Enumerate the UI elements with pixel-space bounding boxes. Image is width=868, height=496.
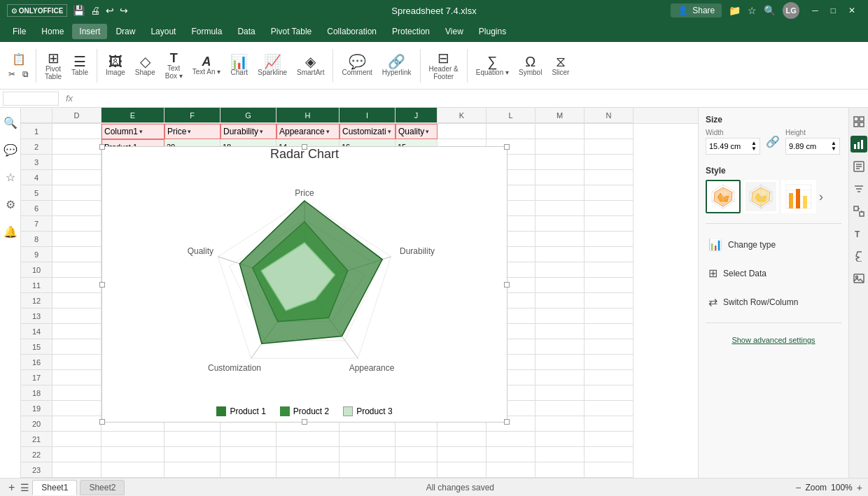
sheet-tab-1[interactable]: Sheet1 [32,480,77,495]
chart-handle-mr[interactable] [504,282,510,288]
hyperlink-button[interactable]: 🔗 Hyperlink [378,52,416,79]
cell-N3[interactable] [584,155,634,170]
sheet-tab-2[interactable]: Sheet2 [80,480,125,495]
chart-handle-tl[interactable] [99,144,105,150]
switch-row-column-button[interactable]: ⇄ Switch Row/Column [706,291,841,313]
col-header-N[interactable]: N [584,108,634,123]
sidebar-formula-icon[interactable] [850,248,867,264]
menu-layout[interactable]: Layout [144,24,183,39]
cut-button[interactable]: ✂ [6,68,18,80]
cell-D2[interactable] [52,139,102,155]
cell-K1[interactable] [438,124,486,139]
image-button[interactable]: 🖼 Image [102,52,130,79]
menu-view[interactable]: View [438,24,470,39]
cell-M3[interactable] [536,155,584,170]
cell-M4[interactable] [536,170,584,185]
symbol-button[interactable]: Ω Symbol [514,52,546,79]
cell-D3[interactable] [52,155,102,170]
zoom-out-button[interactable]: − [795,482,801,493]
col-header-L[interactable]: L [486,108,536,123]
pivot-table-button[interactable]: ⊞ PivotTable [41,48,66,83]
change-type-button[interactable]: 📊 Change type [706,234,841,255]
cell-D1[interactable] [52,124,102,139]
smartart-button[interactable]: ◈ SmartArt [293,52,328,79]
col-header-J[interactable]: J [396,108,438,123]
slicer-button[interactable]: ⧖ Slicer [547,52,573,79]
menu-insert[interactable]: Insert [72,24,107,39]
formula-input[interactable] [80,92,865,106]
notification-sidebar-icon[interactable]: 🔔 [1,222,20,241]
sidebar-grid-icon[interactable] [850,113,867,130]
select-data-button[interactable]: ⊞ Select Data [706,262,841,284]
width-input[interactable]: 15.49 cm ▲ ▼ [706,138,760,155]
sidebar-filter-icon[interactable] [850,180,867,197]
cell-L1[interactable] [486,124,536,139]
sidebar-pivot-icon[interactable] [850,203,867,220]
col-header-F[interactable]: F [164,108,220,123]
col-header-E[interactable]: E [102,108,164,123]
chart-handle-br[interactable] [504,419,510,425]
menu-protection[interactable]: Protection [385,24,437,39]
text-box-button[interactable]: T TextBox ▾ [161,49,187,83]
cell-D4[interactable] [52,170,102,185]
close-button[interactable]: ✕ [843,4,861,17]
cell-H1[interactable]: Appearance▾ [276,124,340,139]
style-thumb-2[interactable] [743,180,778,213]
user-avatar[interactable]: LG [783,2,799,19]
cell-G1[interactable]: Durability▾ [220,124,276,139]
menu-collaboration[interactable]: Collaboration [320,24,384,39]
search-button[interactable]: 🔍 [764,5,776,16]
maximize-button[interactable]: □ [825,4,841,17]
shape-button[interactable]: ◇ Shape [131,52,160,79]
menu-data[interactable]: Data [230,24,262,39]
minimize-button[interactable]: ─ [806,4,824,17]
cell-N1[interactable] [584,124,634,139]
cell-M2[interactable] [536,139,584,155]
cell-M1[interactable] [536,124,584,139]
chart-container[interactable]: Radar Chart [102,146,507,423]
paste-button[interactable]: 📋 [6,51,31,67]
sidebar-chart-icon[interactable] [850,136,867,153]
cell-N4[interactable] [584,170,634,185]
height-down-spinner[interactable]: ▼ [831,146,836,152]
height-input[interactable]: 9.89 cm ▲ ▼ [785,138,840,155]
menu-pivot-table[interactable]: Pivot Table [264,24,318,39]
width-down-spinner[interactable]: ▼ [751,146,757,152]
zoom-in-button[interactable]: + [857,482,862,493]
comment-button[interactable]: 💬 Comment [337,52,376,79]
cell-J1[interactable]: Quality▾ [396,124,438,139]
chart-handle-bl[interactable] [99,419,105,425]
comment-sidebar-icon[interactable]: 💬 [1,141,20,160]
sidebar-image-icon[interactable] [850,270,867,287]
redo-icon[interactable]: ↪ [120,5,128,16]
col-header-M[interactable]: M [536,108,584,123]
menu-draw[interactable]: Draw [108,24,142,39]
chart-handle-tm[interactable] [302,144,307,150]
copy-button[interactable]: ⧉ [20,68,31,80]
menu-formula[interactable]: Formula [184,24,229,39]
header-footer-button[interactable]: ⊟ Header &Footer [425,48,463,83]
sidebar-format-icon[interactable] [850,158,867,175]
style-thumb-3[interactable] [781,180,816,213]
menu-plugins[interactable]: Plugins [472,24,513,39]
print-icon[interactable]: 🖨 [90,5,100,16]
undo-icon[interactable]: ↩ [106,5,114,16]
cell-F1[interactable]: Price▾ [164,124,220,139]
cell-I1[interactable]: Customizati▾ [340,124,396,139]
share-button[interactable]: 👤 Share [671,3,722,17]
col-header-I[interactable]: I [340,108,396,123]
style-more-button[interactable]: › [819,190,823,204]
cell-E1[interactable]: Column1▾ [102,124,164,139]
save-to-button[interactable]: 📁 [729,5,741,16]
add-sheet-button[interactable]: + [6,481,18,494]
cell-N2[interactable] [584,139,634,155]
bookmark-icon[interactable]: ☆ [748,5,757,16]
chart-handle-ml[interactable] [99,282,105,288]
sparkline-button[interactable]: 📈 Sparkline [253,52,291,79]
sidebar-text-icon[interactable]: T [850,225,867,242]
settings-sidebar-icon[interactable]: ⚙ [3,195,18,214]
show-advanced-settings-link[interactable]: Show advanced settings [706,333,841,347]
equation-button[interactable]: ∑ Equation ▾ [472,52,513,79]
link-dimensions-icon[interactable]: 🔗 [766,135,780,148]
menu-file[interactable]: File [6,24,33,39]
